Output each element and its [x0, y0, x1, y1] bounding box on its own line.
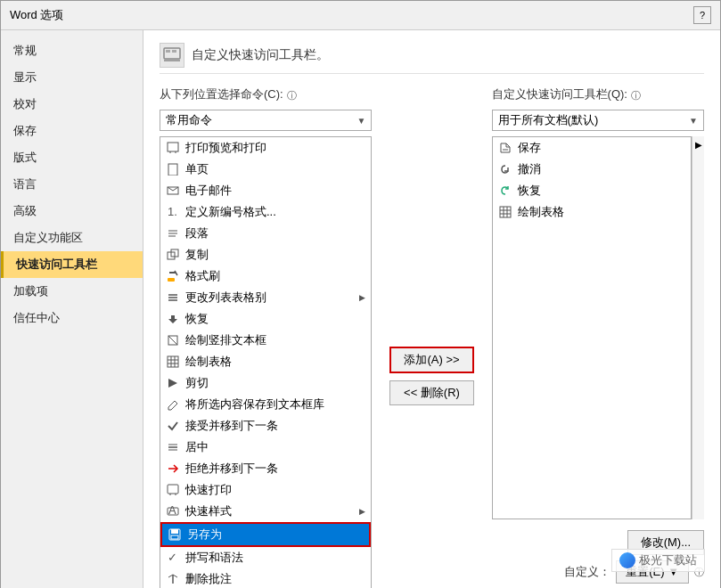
- sidebar-item-customize-ribbon[interactable]: 自定义功能区: [1, 225, 143, 251]
- left-panel: 从下列位置选择命令(C): ⓘ 常用命令 ▼ 打印预览和打印: [160, 86, 372, 588]
- list-item[interactable]: 单页: [160, 159, 371, 180]
- item-icon-7: [166, 290, 180, 305]
- list-item[interactable]: 恢复: [160, 308, 371, 330]
- sidebar-item-save[interactable]: 保存: [1, 118, 143, 144]
- left-info-icon[interactable]: ⓘ: [287, 89, 297, 102]
- list-item[interactable]: 电子邮件: [160, 180, 371, 201]
- list-item[interactable]: 复制: [160, 244, 371, 265]
- list-item[interactable]: 绘制竖排文本框: [160, 330, 371, 351]
- svg-text:✓: ✓: [168, 551, 177, 564]
- item-icon-1: [166, 162, 180, 176]
- right-list-item[interactable]: 撤消: [493, 159, 691, 180]
- sidebar-item-display[interactable]: 显示: [1, 64, 143, 91]
- watermark-inner: 极光下载站: [611, 549, 705, 572]
- sidebar-item-quick-access[interactable]: 快速访问工具栏: [1, 251, 143, 278]
- columns-container: 从下列位置选择命令(C): ⓘ 常用命令 ▼ 打印预览和打印: [160, 86, 704, 588]
- submenu-arrow-7: ▶: [359, 293, 365, 302]
- list-item[interactable]: 剪切: [160, 372, 371, 394]
- right-list-item[interactable]: 恢复: [493, 180, 691, 201]
- item-label-2: 电子邮件: [185, 183, 232, 199]
- svg-text:A: A: [168, 505, 176, 517]
- submenu-arrow-17: ▶: [359, 507, 365, 516]
- list-item[interactable]: 接受并移到下一条: [160, 415, 371, 437]
- item-label-16: 快速打印: [185, 482, 232, 498]
- sidebar-item-addins[interactable]: 加载项: [1, 278, 143, 305]
- remove-button[interactable]: << 删除(R): [389, 380, 473, 405]
- right-info-icon[interactable]: ⓘ: [631, 89, 641, 102]
- list-item[interactable]: 居中: [160, 437, 371, 458]
- list-item[interactable]: 将所选内容保存到文本框库: [160, 394, 371, 415]
- svg-rect-2: [172, 50, 176, 53]
- item-label-8: 恢复: [185, 311, 209, 327]
- right-panel-label: 自定义快速访问工具栏(Q):: [492, 86, 627, 102]
- svg-rect-33: [168, 485, 178, 494]
- help-button[interactable]: ?: [693, 6, 711, 24]
- list-item[interactable]: 段落: [160, 223, 371, 244]
- sidebar-item-language[interactable]: 语言: [1, 171, 143, 198]
- list-item[interactable]: 格式刷: [160, 265, 371, 287]
- list-item[interactable]: A 快速样式 ▶: [160, 501, 371, 522]
- item-label-7: 更改列表表格别: [185, 290, 266, 306]
- sidebar-item-trust-center[interactable]: 信任中心: [1, 305, 143, 331]
- right-item-icon-3: [498, 205, 512, 219]
- left-panel-label: 从下列位置选择命令(C):: [160, 86, 283, 102]
- list-item[interactable]: 删除批注: [160, 568, 371, 588]
- item-icon-14: [166, 440, 180, 454]
- item-label-5: 复制: [185, 247, 209, 263]
- svg-rect-23: [168, 356, 178, 367]
- item-icon-0: [166, 141, 180, 155]
- list-item[interactable]: ✓ 拼写和语法: [160, 547, 371, 568]
- item-icon-11: [166, 376, 180, 390]
- main-content: 自定义快速访问工具栏。 从下列位置选择命令(C): ⓘ 常用命令 ▼: [143, 30, 720, 588]
- list-item[interactable]: 更改列表表格别 ▶: [160, 287, 371, 308]
- right-list-row: 保存 撤消 恢复 绘制: [492, 136, 704, 519]
- svg-rect-40: [171, 535, 178, 539]
- title-bar: Word 选项 ?: [1, 1, 720, 30]
- target-toolbar-value: 用于所有文档(默认): [498, 112, 599, 128]
- command-source-value: 常用命令: [166, 112, 212, 128]
- target-toolbar-dropdown[interactable]: 用于所有文档(默认) ▼: [492, 110, 704, 131]
- middle-buttons: 添加(A) >> << 删除(R): [381, 347, 482, 405]
- item-label-4: 段落: [185, 225, 209, 241]
- item-icon-20: [166, 572, 180, 586]
- list-item[interactable]: 拒绝并移到下一条: [160, 458, 371, 479]
- item-icon-2: [166, 184, 180, 198]
- list-item[interactable]: 1. 定义新编号格式...: [160, 201, 371, 223]
- item-label-6: 格式刷: [185, 268, 220, 284]
- add-button[interactable]: 添加(A) >>: [389, 347, 473, 373]
- dropdown-arrow-right: ▼: [689, 116, 698, 126]
- right-item-icon-1: [498, 162, 512, 176]
- right-item-icon-2: [498, 184, 512, 198]
- watermark-logo: [619, 552, 635, 568]
- item-icon-13: [166, 419, 180, 433]
- section-title: 自定义快速访问工具栏。: [192, 47, 329, 63]
- list-item[interactable]: 绘制表格: [160, 351, 371, 372]
- svg-marker-28: [168, 379, 177, 388]
- list-item-saveas[interactable]: 另存为: [160, 522, 371, 547]
- right-item-label-1: 撤消: [518, 161, 541, 177]
- item-label-1: 单页: [185, 161, 209, 177]
- right-command-list[interactable]: 保存 撤消 恢复 绘制: [492, 136, 692, 519]
- sidebar-item-advanced[interactable]: 高级: [1, 198, 143, 225]
- item-icon-19: ✓: [166, 551, 180, 565]
- list-item[interactable]: 快速打印: [160, 479, 371, 501]
- list-item[interactable]: 打印预览和打印: [160, 137, 371, 159]
- sidebar-item-general[interactable]: 常规: [1, 37, 143, 64]
- right-expand-button[interactable]: ▶: [692, 136, 704, 519]
- item-icon-5: [166, 248, 180, 262]
- item-icon-17: A: [166, 504, 180, 519]
- svg-rect-44: [500, 207, 511, 217]
- word-options-dialog: Word 选项 ? 常规 显示 校对 保存 版式 语言 高级 自定义功能区 快速…: [0, 0, 721, 588]
- command-source-dropdown[interactable]: 常用命令 ▼: [160, 110, 372, 131]
- item-label-0: 打印预览和打印: [185, 140, 266, 156]
- sidebar-item-proofing[interactable]: 校对: [1, 91, 143, 118]
- right-list-item[interactable]: 绘制表格: [493, 201, 691, 223]
- right-list-item[interactable]: 保存: [493, 137, 691, 159]
- svg-text:1.: 1.: [168, 206, 177, 218]
- svg-rect-15: [168, 278, 175, 282]
- svg-rect-0: [164, 48, 180, 59]
- item-label-18: 另存为: [187, 527, 222, 543]
- command-list[interactable]: 打印预览和打印 单页 电子邮件 1. 定义新编号格式...: [160, 136, 372, 588]
- item-label-17: 快速样式: [185, 503, 232, 519]
- sidebar-item-layout[interactable]: 版式: [1, 144, 143, 171]
